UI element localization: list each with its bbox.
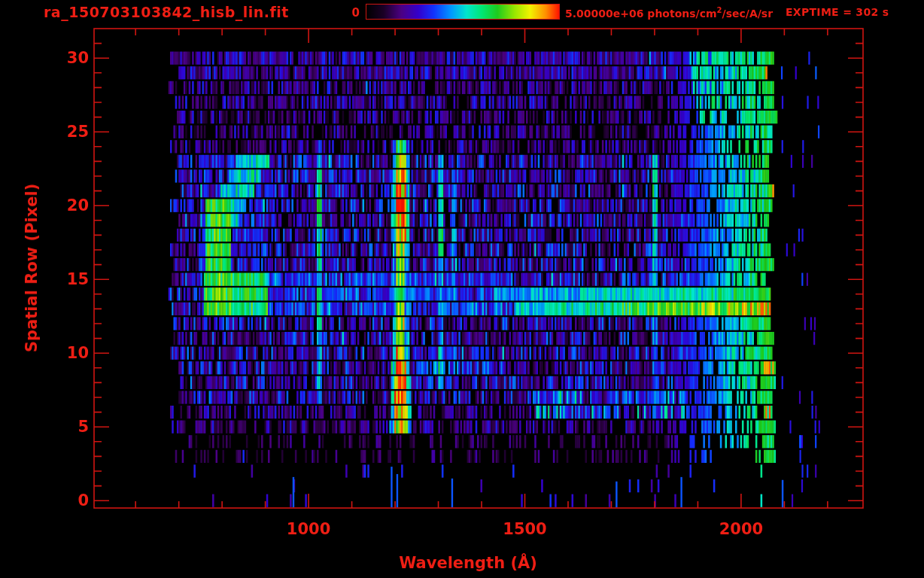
x-tick-label: 1500: [503, 520, 546, 538]
x-tick-label: 2000: [719, 520, 763, 538]
file-title: ra_150703103842_hisb_lin.fit: [44, 4, 289, 20]
colorbar-max-value: 5.00000e+06: [565, 8, 643, 20]
y-tick-label: 15: [47, 270, 89, 288]
y-tick-label: 10: [47, 344, 89, 362]
colorbar-unit-prefix: photons/cm: [643, 8, 716, 20]
spectrogram-canvas: [0, 0, 924, 578]
colorbar-unit-suffix: /sec/A/sr: [722, 8, 774, 20]
y-tick-label: 30: [47, 49, 89, 67]
spectrogram-viewer: ra_150703103842_hisb_lin.fit 0 5.00000e+…: [0, 0, 924, 578]
colorbar-gradient: [366, 4, 560, 20]
y-tick-label: 20: [47, 196, 89, 214]
y-tick-label: 0: [47, 491, 89, 510]
y-tick-label: 25: [47, 123, 89, 141]
y-tick-label: 5: [47, 418, 89, 436]
colorbar-max-label: 5.00000e+06 photons/cm2/sec/A/sr: [565, 6, 773, 20]
colorbar-unit-superscript: 2: [717, 6, 722, 14]
exptime-label: EXPTIME = 302 s: [786, 6, 889, 18]
x-tick-label: 1000: [287, 520, 330, 538]
y-axis-label: Spatial Row (Pixel): [23, 184, 41, 352]
colorbar-min-label: 0: [337, 6, 360, 20]
x-axis-label: Wavelength (Å): [399, 554, 537, 572]
